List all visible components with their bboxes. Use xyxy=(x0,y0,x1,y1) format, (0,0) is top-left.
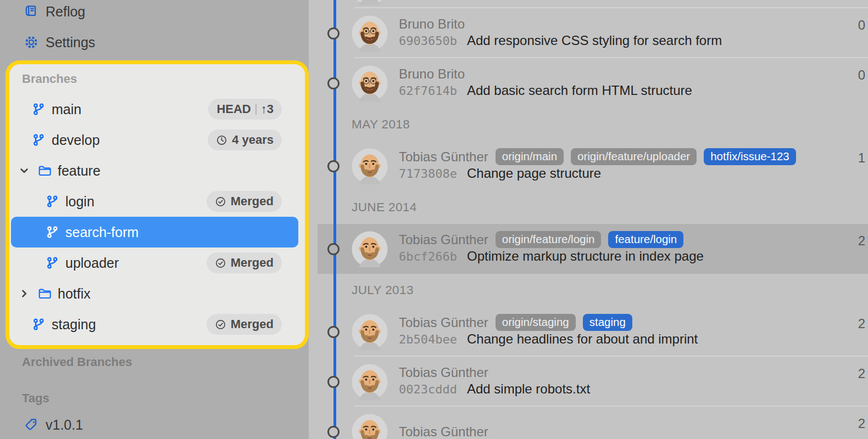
commit-message: Change page structure xyxy=(467,166,601,181)
branch-icon xyxy=(32,103,45,116)
age-badge: 4 years xyxy=(208,130,282,150)
sidebar-branch-search-form[interactable]: search-form xyxy=(11,217,298,247)
commit-message: Optimize markup structure in index page xyxy=(467,249,704,264)
commit-author: Tobias Günther xyxy=(399,424,488,439)
sidebar-branch-staging[interactable]: stagingMerged xyxy=(11,309,298,340)
commit-row[interactable]: Bruno Brito6903650bAdd responsive CSS st… xyxy=(309,8,868,58)
commit-graph-node xyxy=(327,27,340,40)
branch-icon xyxy=(32,133,45,147)
branch-ref-badge[interactable]: origin/feature/login xyxy=(496,231,602,249)
avatar xyxy=(352,148,388,184)
commit-row[interactable]: Tobias Güntherorigin/mainorigin/feature/… xyxy=(309,141,868,191)
commit-meta-line: Tobias Günther xyxy=(399,423,488,439)
commit-meta-line: Tobias Günther xyxy=(399,363,590,381)
commit-history-panel: Bruno Brito6903650bAdd responsive CSS st… xyxy=(309,0,868,439)
sidebar-branch-login[interactable]: loginMerged xyxy=(11,186,298,217)
branch-ref-badge[interactable]: origin/feature/uploader xyxy=(571,148,697,166)
commit-graph-node xyxy=(327,243,340,255)
commit-date-truncated: 2 xyxy=(858,366,865,381)
date-separator: MAY 2018 xyxy=(309,108,868,141)
commit-message-line: 2b504beeChange headlines for about and i… xyxy=(399,331,698,350)
avatar xyxy=(352,0,388,5)
merged-badge: Merged xyxy=(207,191,282,212)
chevron-right-icon xyxy=(18,288,30,300)
sidebar-folder-hotfix[interactable]: hotfix xyxy=(11,278,298,309)
avatar xyxy=(352,414,388,439)
commit-date-truncated: 1 xyxy=(858,150,865,166)
avatar xyxy=(352,364,388,400)
tags-list: v1.0.1 xyxy=(0,409,309,439)
branch-label: feature xyxy=(58,163,101,179)
branch-ref-badge[interactable]: origin/staging xyxy=(496,314,576,331)
branches-list: mainHEAD↑3develop4 yearsfeatureloginMerg… xyxy=(9,94,305,340)
sidebar-item-label: Settings xyxy=(46,35,95,50)
commit-info: Bruno Brito6903650bAdd responsive CSS st… xyxy=(399,15,722,52)
merged-label: Merged xyxy=(231,256,274,270)
sidebar-branch-main[interactable]: mainHEAD↑3 xyxy=(11,94,298,125)
commit-row[interactable]: Bruno Brito62f7614bAdd basic search form… xyxy=(309,58,868,108)
commit-graph-node xyxy=(327,326,340,338)
branch-label: uploader xyxy=(65,255,119,271)
commit-hash: 2b504bee xyxy=(399,333,457,346)
branch-icon xyxy=(46,195,59,208)
commit-date-truncated: 2 xyxy=(858,416,865,431)
commit-meta-line: Bruno Brito xyxy=(399,65,692,83)
gear-icon xyxy=(24,35,38,49)
date-label: MAY 2018 xyxy=(352,117,410,132)
sidebar-bottom-section: Archived Branches Tags v1.0.1 xyxy=(0,349,309,439)
badge-divider xyxy=(255,104,257,115)
date-separator: JUNE 2014 xyxy=(309,191,868,224)
branch-icon xyxy=(32,318,45,331)
commit-meta-line: Tobias Güntherorigin/stagingstaging xyxy=(399,313,698,331)
commit-meta-line: Tobias Güntherorigin/feature/loginfeatur… xyxy=(399,230,704,249)
sidebar-item-reflog[interactable]: Reflog xyxy=(0,0,309,27)
branch-ref-badge[interactable]: hotfix/issue-123 xyxy=(704,148,796,166)
commit-hash: 62f7614b xyxy=(399,84,457,98)
sidebar-folder-feature[interactable]: feature xyxy=(11,155,298,186)
merged-badge: Merged xyxy=(207,314,282,335)
branch-label: search-form xyxy=(65,224,138,240)
commit-date-truncated: 2 xyxy=(858,316,865,331)
commit-author: Tobias Günther xyxy=(399,232,488,247)
folder-icon xyxy=(38,164,51,177)
folder-icon xyxy=(38,287,51,300)
commit-message-line: 0023cdddAdd simple robots.txt xyxy=(399,381,590,400)
sidebar-branch-develop[interactable]: develop4 years xyxy=(11,125,298,155)
commit-message-line: 62f7614bAdd basic search form HTML struc… xyxy=(399,83,692,102)
commit-row[interactable]: Tobias Güntherorigin/feature/loginfeatur… xyxy=(309,224,868,274)
commit-row[interactable]: Tobias Güntherorigin/stagingstaging2b504… xyxy=(309,307,868,357)
commit-info: Tobias Güntherorigin/stagingstaging2b504… xyxy=(399,313,698,350)
commit-meta-line: Bruno Brito xyxy=(399,15,722,33)
commit-row[interactable]: Tobias Günther0023cdddAdd simple robots.… xyxy=(309,357,868,407)
commit-hash: 0023cddd xyxy=(399,382,457,396)
branch-label: hotfix xyxy=(58,286,91,302)
date-label: JUNE 2014 xyxy=(352,200,417,215)
commit-row-partial-top xyxy=(309,0,868,8)
branch-ref-badge[interactable]: staging xyxy=(583,314,632,331)
branch-icon xyxy=(46,256,59,269)
date-separator: JULY 2013 xyxy=(309,274,868,307)
age-label: 4 years xyxy=(232,133,274,147)
sidebar-branch-uploader[interactable]: uploaderMerged xyxy=(11,247,298,278)
commit-graph-node xyxy=(327,426,340,438)
branches-section-header: Branches xyxy=(9,71,305,87)
clock-icon xyxy=(216,134,227,146)
sidebar-item-settings[interactable]: Settings xyxy=(0,27,309,58)
archived-branches-header: Archived Branches xyxy=(0,354,309,370)
sidebar-top-section: ReflogSettings xyxy=(0,0,309,58)
commit-graph-node xyxy=(327,376,340,388)
tags-section-header: Tags xyxy=(0,390,309,407)
chevron-down-icon xyxy=(18,165,30,177)
commit-message: Add simple robots.txt xyxy=(467,381,590,397)
tag-label: v1.0.1 xyxy=(46,417,83,433)
commit-graph-node xyxy=(327,77,340,89)
commit-author: Tobias Günther xyxy=(399,365,488,380)
branch-ref-badge[interactable]: origin/main xyxy=(496,148,564,166)
branch-ref-badge[interactable]: feature/login xyxy=(608,231,683,249)
branches-highlight-box: Branches mainHEAD↑3develop4 yearsfeature… xyxy=(5,60,309,349)
check-circle-icon xyxy=(215,196,226,207)
commit-row[interactable]: Tobias Günther2 xyxy=(309,407,868,439)
commit-hash: 6bcf266b xyxy=(399,250,457,263)
commit-author: Tobias Günther xyxy=(399,149,488,165)
sidebar-tag-v1.0.1[interactable]: v1.0.1 xyxy=(0,409,309,439)
